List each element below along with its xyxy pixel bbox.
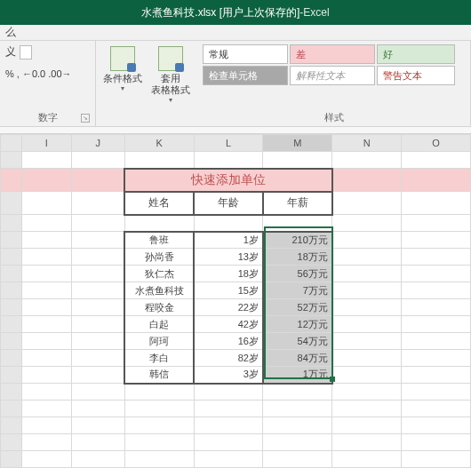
col-J[interactable]: J (71, 135, 124, 152)
col-M[interactable]: M (263, 135, 332, 152)
file-name: 水煮鱼科技.xlsx [用户上次保存的] (141, 5, 299, 20)
col-O[interactable]: O (402, 135, 471, 152)
style-bad[interactable]: 差 (290, 44, 375, 64)
app-name: Excel (303, 6, 329, 19)
style-good[interactable]: 好 (377, 44, 455, 64)
fill-handle[interactable] (330, 377, 335, 382)
header-age[interactable]: 年龄 (194, 192, 263, 215)
chevron-down-icon: ▾ (169, 96, 172, 104)
formula-bar-edge (0, 127, 471, 134)
row-header[interactable] (1, 152, 22, 169)
row-header[interactable] (1, 169, 22, 192)
number-format-dropdown[interactable] (20, 45, 32, 60)
style-check-cell[interactable]: 检查单元格 (203, 66, 288, 85)
ribbon: 么 义 % , ←0.0 .00→ 数字 ↘ 条件格式 ▾ (0, 25, 471, 127)
group-number: 义 % , ←0.0 .00→ 数字 ↘ (0, 41, 96, 126)
tab-fragment: 么 (5, 25, 16, 40)
header-name[interactable]: 姓名 (124, 192, 194, 215)
cell-name[interactable]: 鲁班 (124, 232, 194, 249)
style-explanatory[interactable]: 解释性文本 (290, 66, 375, 85)
cell-salary[interactable]: 210万元 (263, 232, 332, 249)
group-styles: 常规 差 好 检查单元格 解释性文本 警告文本 样式 (197, 41, 471, 126)
worksheet[interactable]: I J K L M N O 快速添加单位 姓名 年龄 年薪 鲁班 1岁 210万… (0, 134, 471, 468)
number-buttons[interactable]: % , ←0.0 .00→ (5, 68, 72, 79)
style-normal[interactable]: 常规 (203, 44, 288, 64)
row-header[interactable] (1, 215, 22, 232)
header-salary[interactable]: 年薪 (263, 192, 332, 215)
title-bar: 水煮鱼科技.xlsx [用户上次保存的] - Excel (0, 0, 471, 25)
cell-age[interactable]: 1岁 (194, 232, 263, 249)
dialog-launcher-icon[interactable]: ↘ (81, 114, 90, 123)
number-format-custom[interactable]: 义 (5, 44, 16, 60)
chevron-down-icon: ▾ (121, 84, 124, 92)
col-N[interactable]: N (332, 135, 402, 152)
style-warning[interactable]: 警告文本 (377, 66, 455, 85)
spreadsheet-grid[interactable]: I J K L M N O 快速添加单位 姓名 年龄 年薪 鲁班 1岁 210万… (0, 134, 471, 468)
col-I[interactable]: I (21, 135, 71, 152)
col-L[interactable]: L (194, 135, 263, 152)
select-all[interactable] (1, 135, 22, 152)
ribbon-tabstrip[interactable]: 么 (0, 25, 471, 41)
format-as-table-icon (158, 46, 183, 71)
conditional-format-button[interactable]: 条件格式 ▾ (101, 44, 144, 92)
format-as-table-button[interactable]: 套用表格格式 ▾ (149, 44, 192, 104)
conditional-format-icon (110, 46, 135, 71)
group-label-number: 数字 ↘ (5, 109, 90, 124)
column-headers[interactable]: I J K L M N O (1, 135, 471, 152)
cell-styles-gallery[interactable]: 常规 差 好 检查单元格 解释性文本 警告文本 (203, 44, 455, 85)
col-K[interactable]: K (124, 135, 194, 152)
table-title[interactable]: 快速添加单位 (124, 169, 332, 192)
group-label-styles: 样式 (203, 109, 465, 124)
row-header[interactable] (1, 192, 22, 215)
group-cond-format: 条件格式 ▾ 套用表格格式 ▾ . (96, 41, 197, 126)
